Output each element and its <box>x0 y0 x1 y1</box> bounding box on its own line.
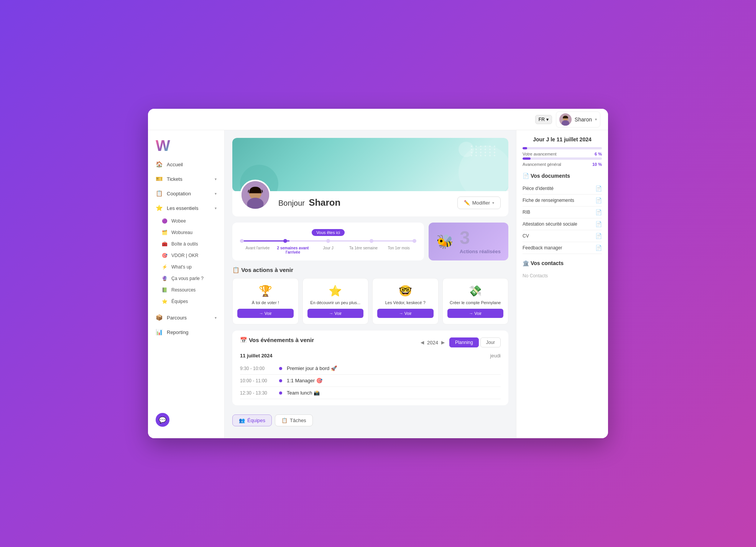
tab-taches-button[interactable]: 📋 Tâches <box>275 414 313 426</box>
sidebar-subitem-wobee[interactable]: 🟣 Wobee <box>148 215 224 227</box>
doc-icon-4: 📄 <box>595 221 602 227</box>
events-header: 📅 Vos événements à venir ◀ 2024 ▶ Planni… <box>240 337 501 348</box>
stepper-labels: Avant l'arrivée 2 semaines avant l'arriv… <box>240 246 416 254</box>
action-card-2: ⭐ En découvrir un peu plus... → Voir <box>302 278 369 324</box>
profile-avatar <box>240 180 271 210</box>
sidebar-item-cooptation[interactable]: 📋 Cooptation ▾ <box>148 186 224 201</box>
doc-icon-2: 📄 <box>595 197 602 203</box>
sidebar-subitem-ca-vous-parle[interactable]: 🔮 Ça vous parle ? <box>148 273 224 284</box>
action-card-4: 💸 Créer le compte Pennylane → Voir <box>442 278 509 324</box>
votre-avancement-bar-bg <box>523 147 602 149</box>
equipes-emoji: ⭐ <box>162 299 168 304</box>
event-row-1: 9:30 - 10:00 Premier jour à bord 🚀 <box>240 362 501 375</box>
profile-banner <box>232 138 508 192</box>
year-next-arrow[interactable]: ▶ <box>441 340 445 345</box>
user-arrow: ▾ <box>595 117 597 121</box>
doc-icon-5: 📄 <box>595 233 602 239</box>
action-btn-1[interactable]: → Voir <box>237 309 294 318</box>
right-panel: Jour J le 11 juillet 2024 Votre avanceme… <box>516 130 608 438</box>
votre-avancement-label-row: Votre avancement 6 % <box>523 152 602 156</box>
doc-icon-3: 📄 <box>595 209 602 215</box>
action-card-1: 🏆 À toi de voter ! → Voir <box>232 278 299 324</box>
stepper-here-badge: Vous êtes ici <box>312 229 345 236</box>
action-title-4: Créer le compte Pennylane <box>447 300 504 305</box>
action-emoji-3: 🤓 <box>377 285 434 297</box>
sidebar-subitem-vdor[interactable]: 🎯 VDOR | OKR <box>148 250 224 261</box>
step-dot-2 <box>283 239 287 243</box>
action-btn-3[interactable]: → Voir <box>377 309 434 318</box>
view-planning-button[interactable]: Planning <box>449 337 479 347</box>
day-title: Jour J le 11 juillet 2024 <box>523 136 602 142</box>
sidebar-subitem-wobureau[interactable]: 🗂️ Wobureau <box>148 227 224 238</box>
sidebar-item-reporting[interactable]: 📊 Reporting <box>148 325 224 339</box>
step-label-2: 2 semaines avant l'arrivée <box>275 246 311 254</box>
cavousparle-label: Ça vous parle ? <box>171 276 204 281</box>
tickets-icon: 🎫 <box>156 175 163 182</box>
sidebar-subitem-ressources[interactable]: 📗 Ressources <box>148 284 224 296</box>
nav-label-tickets: Tickets <box>167 176 182 182</box>
tab-equipes-button[interactable]: 👥 Équipes <box>232 414 272 426</box>
doc-row-2: Fiche de renseignements 📄 <box>523 195 602 206</box>
stepper-dots <box>240 239 416 243</box>
docs-section: 📄 Vos documents Pièce d'identité 📄 Fiche… <box>523 173 602 254</box>
avancement-general-label-row: Avancement général 10 % <box>523 162 602 167</box>
event-row-3: 12:30 - 13:30 Team lunch 📸 <box>240 387 501 399</box>
avatar <box>559 113 572 126</box>
main-layout: W 🏠 Accueil 🎫 Tickets ▾ 📋 Cooptation ▾ ⭐… <box>148 130 608 438</box>
vdor-label: VDOR | OKR <box>171 253 198 258</box>
modify-arrow: ▾ <box>492 201 494 205</box>
doc-name-4: Attestation sécurité sociale <box>523 221 577 227</box>
avancement-general-bar-fill <box>523 157 531 160</box>
lang-arrow: ▾ <box>546 117 549 122</box>
greeting-text: Bonjour Sharon <box>278 197 340 208</box>
event-name-3: Team lunch 📸 <box>287 390 320 396</box>
cooptation-icon: 📋 <box>156 190 163 197</box>
step-dot-1 <box>240 239 244 243</box>
content-area: Bonjour Sharon ✏️ Modifier ▾ Vous êtes i… <box>225 130 516 438</box>
sidebar-subitem-equipes[interactable]: ⭐ Équipes <box>148 296 224 307</box>
event-name-2: 1:1 Manager 🎯 <box>287 378 322 383</box>
sidebar-item-accueil[interactable]: 🏠 Accueil <box>148 157 224 172</box>
action-card-3: 🤓 Les Védor, keskecé ? → Voir <box>372 278 439 324</box>
chat-bubble-button[interactable]: 💬 <box>156 413 169 427</box>
event-date-header: 11 juillet 2024 jeudi <box>240 353 501 359</box>
event-date-label: 11 juillet 2024 <box>240 353 273 359</box>
doc-icon-6: 📄 <box>595 245 602 251</box>
event-time-3: 12:30 - 13:30 <box>240 390 274 396</box>
actions-section: 📋 Vos actions à venir 🏆 À toi de voter !… <box>232 267 508 324</box>
action-emoji-2: ⭐ <box>307 285 364 297</box>
stepper-here-indicator: Vous êtes ici <box>240 229 416 236</box>
lang-label: FR <box>539 117 545 122</box>
tab-taches-icon: 📋 <box>281 418 288 423</box>
action-emoji-4: 💸 <box>447 285 504 297</box>
sidebar-subitem-whats-up[interactable]: ⚡ What's up <box>148 261 224 273</box>
view-jour-button[interactable]: Jour <box>480 337 501 347</box>
doc-icon-1: 📄 <box>595 185 602 192</box>
sidebar-item-parcours[interactable]: 📦 Parcours ▾ <box>148 310 224 325</box>
wobureau-emoji: 🗂️ <box>162 230 168 235</box>
contacts-section: 🏛️ Vos contacts No Contacts <box>523 260 602 282</box>
sidebar-subitem-boite-outils[interactable]: 🧰 Boîte à outils <box>148 238 224 250</box>
nav-label-cooptation: Cooptation <box>167 191 191 197</box>
doc-name-3: RIB <box>523 210 530 215</box>
user-menu-button[interactable]: Sharon ▾ <box>556 111 600 128</box>
action-btn-4[interactable]: → Voir <box>447 309 504 318</box>
action-title-1: À toi de voter ! <box>237 300 294 305</box>
profile-section: Bonjour Sharon ✏️ Modifier ▾ <box>232 191 508 216</box>
step-dot-3 <box>326 239 330 243</box>
essentiels-icon: ⭐ <box>156 205 163 211</box>
bottom-tabs: 👥 Équipes 📋 Tâches <box>232 411 508 426</box>
sidebar-item-essentiels[interactable]: ⭐ Les essentiels ▾ <box>148 201 224 215</box>
action-btn-2[interactable]: → Voir <box>307 309 364 318</box>
sidebar-item-tickets[interactable]: 🎫 Tickets ▾ <box>148 172 224 186</box>
actions-info: 3 Actions réalisées <box>460 229 501 254</box>
event-dot-1 <box>279 367 282 370</box>
lang-button[interactable]: FR ▾ <box>535 115 552 124</box>
year-prev-arrow[interactable]: ◀ <box>421 340 424 345</box>
boite-label: Boîte à outils <box>171 241 198 247</box>
modify-icon: ✏️ <box>464 200 470 206</box>
cavousparle-emoji: 🔮 <box>162 276 168 281</box>
modify-button[interactable]: ✏️ Modifier ▾ <box>457 197 501 209</box>
step-label-1: Avant l'arrivée <box>240 246 275 254</box>
parcours-arrow: ▾ <box>215 316 217 320</box>
